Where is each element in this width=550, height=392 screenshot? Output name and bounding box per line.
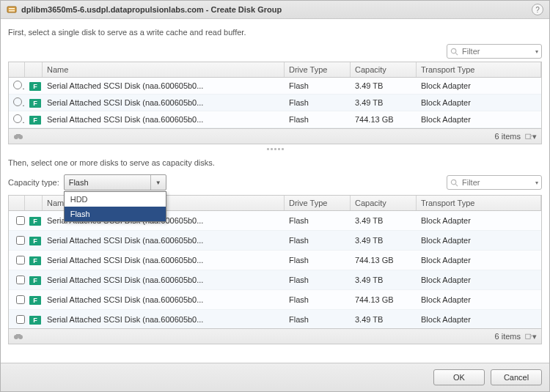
- table-row[interactable]: FSerial Attached SCSI Disk (naa.600605b0…: [9, 251, 541, 270]
- resize-grip[interactable]: [260, 148, 290, 152]
- help-icon[interactable]: ?: [532, 4, 543, 15]
- table-row[interactable]: FSerial Attached SCSI Disk (naa.600605b0…: [9, 111, 541, 128]
- instruction-cache: First, select a single disk to serve as …: [8, 28, 542, 37]
- checkbox-select[interactable]: [9, 270, 25, 289]
- disk-drivetype: Flash: [285, 112, 351, 127]
- filter-box-2[interactable]: ▾: [447, 175, 542, 190]
- disk-name: Serial Attached SCSI Disk (naa.600605b0.…: [43, 112, 285, 127]
- disk-capacity: 744.13 GB: [351, 112, 417, 127]
- svg-rect-7: [16, 134, 21, 136]
- disk-capacity: 3.49 TB: [351, 213, 417, 228]
- grid-footer-2: 6 items ▾: [9, 328, 541, 344]
- checkbox-select[interactable]: [9, 211, 25, 230]
- disk-transport: Block Adapter: [417, 273, 541, 287]
- disk-name: Serial Attached SCSI Disk (naa.600605b0.…: [43, 233, 285, 248]
- filter-box-1[interactable]: ▾: [447, 44, 542, 59]
- capacity-option-flash[interactable]: Flash: [65, 207, 166, 221]
- flash-badge: F: [25, 112, 43, 127]
- table-row[interactable]: FSerial Attached SCSI Disk (naa.600605b0…: [9, 78, 541, 95]
- col-transport[interactable]: Transport Type: [417, 196, 541, 210]
- flash-badge: F: [25, 233, 43, 248]
- flash-badge: F: [25, 292, 43, 308]
- flash-badge: F: [25, 213, 43, 229]
- filter-input-1[interactable]: [461, 46, 519, 56]
- checkbox-select[interactable]: [9, 231, 25, 250]
- svg-rect-2: [9, 10, 15, 12]
- items-count-1: 6 items: [495, 132, 521, 141]
- capacity-type-dropdown: HDD Flash: [64, 191, 166, 222]
- grid-footer-1: 6 items ▾: [9, 128, 541, 144]
- table-row[interactable]: FSerial Attached SCSI Disk (naa.600605b0…: [9, 95, 541, 111]
- disk-name: Serial Attached SCSI Disk (naa.600605b0.…: [43, 95, 285, 110]
- capacity-option-hdd[interactable]: HDD: [65, 192, 166, 207]
- disk-capacity: 3.49 TB: [351, 78, 417, 93]
- disk-drivetype: Flash: [285, 95, 351, 110]
- disk-capacity: 744.13 GB: [351, 253, 417, 267]
- flash-badge: F: [25, 273, 43, 288]
- flash-badge: F: [25, 95, 43, 111]
- filter-row-1: ▾: [8, 44, 542, 59]
- flash-badge: F: [25, 312, 43, 328]
- capacity-type-combo[interactable]: Flash ▼ HDD Flash: [64, 174, 166, 191]
- disk-capacity: 3.49 TB: [351, 233, 417, 248]
- binocular-icon[interactable]: [13, 331, 23, 341]
- disk-transport: Block Adapter: [417, 253, 541, 267]
- disk-capacity: 744.13 GB: [351, 292, 417, 307]
- radio-select[interactable]: [9, 95, 25, 111]
- checkbox-select[interactable]: [9, 310, 25, 328]
- disk-transport: Block Adapter: [417, 78, 541, 93]
- filter-input-2[interactable]: [461, 177, 519, 188]
- svg-rect-1: [9, 8, 15, 10]
- cancel-button[interactable]: Cancel: [491, 369, 542, 385]
- disk-drivetype: Flash: [285, 312, 351, 327]
- col-drivetype[interactable]: Drive Type: [285, 62, 351, 77]
- flash-badge: F: [25, 78, 43, 94]
- disk-drivetype: Flash: [285, 213, 351, 228]
- capacity-row: Capacity type: Flash ▼ HDD Flash ▾: [8, 174, 542, 191]
- col-drivetype[interactable]: Drive Type: [285, 196, 351, 210]
- export-icon[interactable]: ▾: [525, 131, 537, 141]
- disk-drivetype: Flash: [285, 292, 351, 307]
- svg-line-10: [455, 184, 458, 186]
- radio-select[interactable]: [9, 78, 25, 94]
- disk-transport: Block Adapter: [417, 213, 541, 228]
- window-title: dplibm3650m5-6.usdpl.datapropulsionlabs.…: [21, 5, 282, 14]
- export-icon[interactable]: ▾: [525, 331, 537, 341]
- disk-transport: Block Adapter: [417, 112, 541, 127]
- table-row[interactable]: FSerial Attached SCSI Disk (naa.600605b0…: [9, 290, 541, 310]
- binocular-icon[interactable]: [13, 131, 23, 141]
- col-capacity[interactable]: Capacity: [351, 196, 417, 210]
- table-row[interactable]: FSerial Attached SCSI Disk (naa.600605b0…: [9, 231, 541, 251]
- radio-select[interactable]: [9, 111, 25, 127]
- ok-button[interactable]: OK: [433, 369, 485, 385]
- search-icon: [450, 179, 458, 187]
- col-transport[interactable]: Transport Type: [417, 62, 541, 77]
- capacity-type-value: Flash: [69, 178, 89, 187]
- button-bar: OK Cancel: [1, 363, 549, 391]
- chevron-down-icon[interactable]: ▾: [535, 180, 538, 186]
- col-name[interactable]: Name: [43, 62, 285, 77]
- grid-header-1: Name Drive Type Capacity Transport Type: [9, 62, 541, 78]
- disk-drivetype: Flash: [285, 273, 351, 287]
- disk-name: Serial Attached SCSI Disk (naa.600605b0.…: [43, 273, 285, 287]
- disk-transport: Block Adapter: [417, 292, 541, 307]
- checkbox-select[interactable]: [9, 251, 25, 270]
- disk-name: Serial Attached SCSI Disk (naa.600605b0.…: [43, 78, 285, 93]
- disk-transport: Block Adapter: [417, 233, 541, 248]
- items-count-2: 6 items: [495, 332, 521, 341]
- chevron-down-icon: ▼: [155, 180, 161, 186]
- cache-disk-grid: Name Drive Type Capacity Transport Type …: [8, 62, 542, 144]
- table-row[interactable]: FSerial Attached SCSI Disk (naa.600605b0…: [9, 310, 541, 328]
- instruction-capacity: Then, select one or more disks to serve …: [8, 158, 542, 167]
- checkbox-select[interactable]: [9, 290, 25, 309]
- table-row[interactable]: FSerial Attached SCSI Disk (naa.600605b0…: [9, 270, 541, 290]
- disk-capacity: 3.49 TB: [351, 273, 417, 287]
- flash-badge: F: [25, 253, 43, 268]
- disk-capacity: 3.49 TB: [351, 312, 417, 327]
- disk-name: Serial Attached SCSI Disk (naa.600605b0.…: [43, 292, 285, 307]
- chevron-down-icon[interactable]: ▾: [535, 48, 538, 55]
- svg-rect-14: [526, 334, 530, 339]
- titlebar: dplibm3650m5-6.usdpl.datapropulsionlabs.…: [1, 1, 549, 19]
- svg-line-4: [455, 53, 458, 55]
- col-capacity[interactable]: Capacity: [351, 62, 417, 77]
